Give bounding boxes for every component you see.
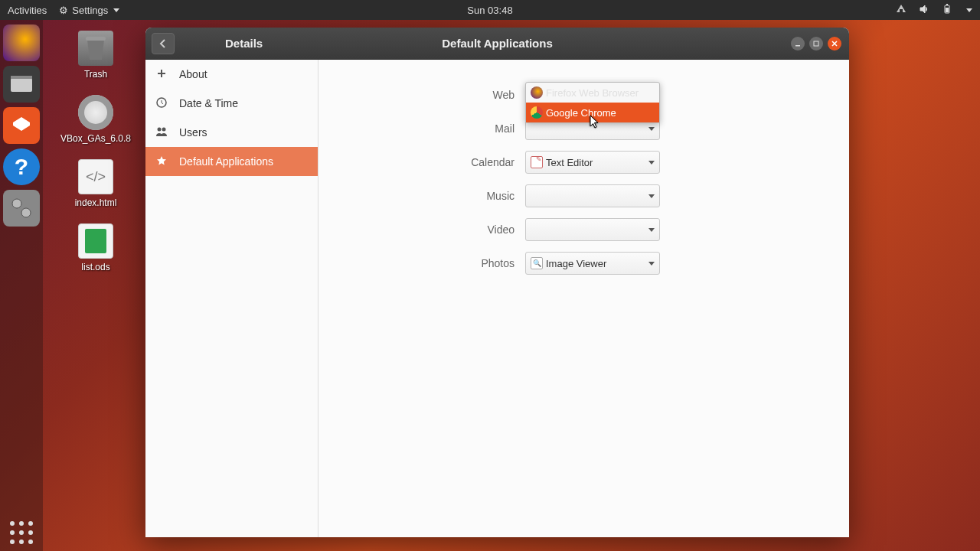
desktop-icon-trash[interactable]: Trash — [78, 31, 113, 80]
network-icon[interactable] — [896, 4, 906, 17]
maximize-button[interactable] — [809, 37, 823, 51]
label-music: Music — [349, 190, 525, 202]
clock-icon — [155, 97, 168, 110]
users-icon — [155, 126, 168, 139]
option-label: Google Chrome — [546, 107, 616, 119]
sidebar-item-users[interactable]: Users — [145, 118, 318, 147]
label-web: Web — [349, 89, 525, 101]
chevron-down-icon — [648, 194, 655, 198]
close-button[interactable] — [828, 37, 841, 51]
firefox-icon — [531, 86, 543, 99]
svg-point-5 — [12, 199, 21, 208]
dropdown-option-chrome[interactable]: Google Chrome — [526, 103, 659, 122]
settings-window: Details Default Applications About Date … — [145, 28, 849, 537]
launcher-dock: ? — [0, 20, 43, 551]
label-photos: Photos — [349, 257, 525, 269]
svg-rect-4 — [11, 76, 32, 79]
svg-point-11 — [158, 127, 162, 131]
sidebar-item-label: Date & Time — [179, 97, 238, 109]
dock-icon-software[interactable] — [3, 107, 40, 144]
window-titlebar[interactable]: Details Default Applications — [145, 28, 849, 60]
dock-icon-firefox[interactable] — [3, 24, 40, 61]
dropdown-option-firefox[interactable]: Firefox Web Browser — [526, 83, 659, 103]
plus-icon — [155, 68, 168, 81]
clock[interactable]: Sun 03:48 — [467, 5, 512, 16]
desktop-icon-label: list.ods — [81, 262, 109, 272]
combo-photos-value: Image Viewer — [546, 258, 606, 269]
app-menu[interactable]: ⚙ Settings — [59, 5, 119, 16]
option-label: Firefox Web Browser — [546, 87, 639, 99]
settings-icon: ⚙ — [59, 5, 68, 16]
activities-button[interactable]: Activities — [8, 5, 47, 16]
chevron-down-icon — [648, 262, 655, 266]
svg-rect-1 — [946, 4, 948, 5]
svg-rect-7 — [86, 37, 106, 41]
chevron-down-icon — [648, 161, 655, 165]
sidebar-item-default-applications[interactable]: Default Applications — [145, 147, 318, 176]
sidebar-item-label: Users — [179, 126, 207, 139]
sidebar-item-label: Default Applications — [179, 155, 273, 168]
svg-rect-3 — [11, 78, 32, 92]
combo-music[interactable] — [525, 184, 660, 207]
svg-rect-9 — [814, 41, 818, 46]
trash-icon — [78, 31, 113, 66]
svg-rect-8 — [795, 45, 800, 47]
star-icon — [155, 155, 168, 168]
dock-icon-help[interactable]: ? — [3, 148, 40, 185]
page-title: Default Applications — [442, 37, 552, 50]
spreadsheet-icon — [78, 223, 113, 259]
app-menu-label: Settings — [72, 5, 108, 16]
minimize-button[interactable] — [791, 37, 805, 51]
sidebar-item-label: About — [179, 68, 207, 80]
combo-photos[interactable]: 🔍 Image Viewer — [525, 252, 660, 275]
disc-icon — [78, 95, 113, 130]
show-applications-button[interactable] — [3, 514, 40, 551]
panel-title: Details — [225, 37, 263, 50]
desktop-icon-list-ods[interactable]: list.ods — [78, 223, 113, 272]
combo-calendar[interactable]: ✎ Text Editor — [525, 151, 660, 174]
chevron-down-icon — [648, 127, 655, 131]
top-bar: Activities ⚙ Settings Sun 03:48 — [0, 0, 980, 20]
chevron-down-icon — [648, 228, 655, 232]
content-pane: Web Firefox Web Browser Firefox Web Brow… — [318, 60, 849, 537]
label-calendar: Calendar — [349, 156, 525, 168]
dock-icon-settings[interactable] — [3, 190, 40, 227]
label-video: Video — [349, 223, 525, 236]
desktop-icon-vbox[interactable]: VBox_GAs_6.0.8 — [60, 95, 131, 144]
details-sidebar: About Date & Time Users Default Applicat… — [145, 60, 318, 537]
desktop-icon-label: Trash — [84, 69, 107, 80]
desktop-icons: Trash VBox_GAs_6.0.8 </> index.html list… — [54, 31, 138, 272]
sidebar-item-date-time[interactable]: Date & Time — [145, 89, 318, 118]
chrome-icon — [531, 106, 543, 119]
battery-icon[interactable] — [942, 4, 952, 17]
desktop-icon-index-html[interactable]: </> index.html — [75, 159, 117, 208]
volume-icon[interactable] — [919, 4, 929, 17]
desktop-icon-label: index.html — [75, 197, 117, 208]
dropdown-web: Firefox Web Browser Google Chrome — [525, 82, 660, 123]
back-button[interactable] — [152, 33, 175, 54]
system-menu-caret-icon[interactable] — [966, 8, 972, 12]
svg-rect-2 — [946, 8, 949, 12]
svg-point-6 — [21, 208, 31, 217]
combo-calendar-value: Text Editor — [546, 157, 593, 168]
label-mail: Mail — [349, 122, 525, 135]
text-editor-icon: ✎ — [531, 156, 543, 168]
dock-icon-files[interactable] — [3, 66, 40, 103]
sidebar-item-about[interactable]: About — [145, 60, 318, 89]
combo-video[interactable] — [525, 218, 660, 241]
svg-point-12 — [162, 127, 166, 131]
desktop-icon-label: VBox_GAs_6.0.8 — [60, 133, 131, 144]
chevron-down-icon — [113, 8, 119, 12]
image-viewer-icon: 🔍 — [531, 257, 543, 269]
file-icon: </> — [78, 159, 113, 194]
